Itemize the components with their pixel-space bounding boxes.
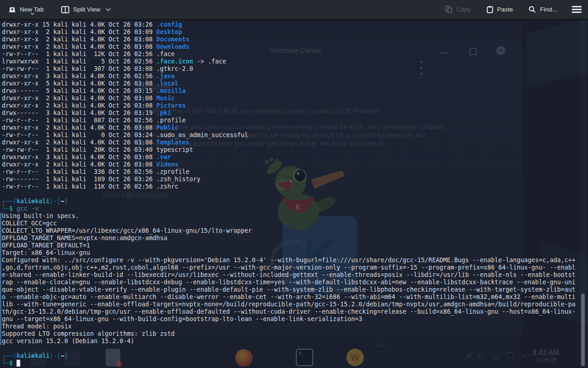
ls-row: drwxr-xr-x 2 kali kali 4.0K Oct 26 03:08… xyxy=(2,124,576,132)
output-line: o --enable-objc-gc=auto --enable-multiar… xyxy=(2,293,576,301)
copy-label: Copy xyxy=(456,6,471,13)
split-view-icon xyxy=(61,6,69,13)
terminal-text: drwxr-xr-x 15 kali kali 4.0K Oct 26 03:2… xyxy=(2,21,576,367)
file-name: Desktop xyxy=(156,29,182,35)
output-line: OFFLOAD_TARGET_DEFAULT=1 xyxy=(2,242,576,249)
ls-row: drwxr-xr-x 2 kali kali 4.0K Oct 26 03:08… xyxy=(2,161,576,168)
terminal-toolbar: New Tab Split View Copy xyxy=(0,0,588,20)
file-name: .pki xyxy=(156,109,171,116)
file-name: .profile xyxy=(156,117,186,124)
ls-row: drwxr-xr-x 2 kali kali 4.0K Oct 26 03:08… xyxy=(2,102,576,109)
ls-row: drwxr-xr-x 2 kali kali 4.0K Oct 26 03:08… xyxy=(2,36,576,43)
chevron-down-icon xyxy=(106,8,111,12)
terminal[interactable]: Welcome Welcome to the Kali GNU/Linux op… xyxy=(0,20,588,368)
terminal-line xyxy=(2,345,576,352)
file-name: .java xyxy=(156,73,175,80)
output-line: rap --enable-clocale=gnu --enable-libstd… xyxy=(2,279,576,286)
file-name: Music xyxy=(156,95,175,102)
file-name: Public xyxy=(156,124,178,131)
output-line: Thread model: posix xyxy=(2,323,576,330)
ls-row: drwx------ 3 kali kali 4.0K Oct 26 03:19… xyxy=(2,109,576,117)
hamburger-menu-icon xyxy=(572,6,582,13)
file-name: .sudo_as_admin_successful xyxy=(156,132,248,138)
ls-row: drwxr-xr-x 3 kali kali 4.0K Oct 26 02:56… xyxy=(2,73,576,80)
ls-row: -rw-r--r-- 1 kali kali 0 Oct 26 03:24 .s… xyxy=(2,132,576,139)
ls-row: -rw-rw-r-- 1 kali kali 20K Oct 26 03:40 … xyxy=(2,146,576,154)
scrollbar-track[interactable] xyxy=(580,20,586,368)
output-accent-bar xyxy=(0,213,1,345)
output-line: gnu --target=x86_64-linux-gnu --with-bui… xyxy=(2,316,576,323)
output-line: Target: x86_64-linux-gnu xyxy=(2,249,576,257)
terminal-line xyxy=(2,190,576,198)
qterminal-window: New Tab Split View Copy xyxy=(0,0,588,368)
prompt-path: ~ xyxy=(61,352,64,359)
prompt-line: └─$ xyxy=(2,360,576,367)
output-line: OFFLOAD_TARGET_NAMES=nvptx-none:amdgcn-a… xyxy=(2,235,576,242)
ls-row: -rw-r--r-- 1 kali kali 807 Oct 26 02:56 … xyxy=(2,117,576,124)
new-tab-button[interactable]: New Tab xyxy=(4,0,48,20)
paste-button[interactable]: Paste xyxy=(482,0,518,20)
file-name: Pictures xyxy=(156,102,186,109)
chevron-down-icon xyxy=(30,12,34,15)
file-name: Templates xyxy=(156,139,189,146)
output-line: Using built-in specs. xyxy=(2,213,576,220)
ls-row: -rw------- 1 kali kali 109 Oct 26 03:26 … xyxy=(2,176,576,183)
ls-row: drwxr-xr-x 2 kali kali 4.0K Oct 26 03:08… xyxy=(2,95,576,102)
copy-button[interactable]: Copy xyxy=(441,0,475,20)
ls-row: drwxrwxr-x 3 kali kali 4.0K Oct 26 03:08… xyxy=(2,154,576,161)
file-name: .local xyxy=(156,80,178,87)
ls-row: drwx------ 5 kali kali 4.0K Oct 26 03:15… xyxy=(2,87,576,95)
ls-row: -rw-r--r-- 1 kali kali 11K Oct 26 02:56 … xyxy=(2,183,576,190)
output-line: COLLECT_GCC=gcc xyxy=(2,220,576,227)
prompt-user: kali⊛kali xyxy=(17,352,50,359)
menu-button[interactable] xyxy=(568,0,585,20)
file-name: .var xyxy=(156,154,171,161)
output-line: th/gcc-15-15.2.0/debian/tmp-gcn/usr --en… xyxy=(2,308,576,316)
file-name: Documents xyxy=(156,36,189,43)
ls-row: -rw-rw-r-- 1 kali kali 307 Oct 26 03:08 … xyxy=(2,65,576,73)
copy-icon xyxy=(445,6,452,13)
ls-row: drwxr-xr-x 15 kali kali 4.0K Oct 26 03:2… xyxy=(2,21,576,29)
command-text: gcc -v xyxy=(17,205,39,212)
scrollbar-thumb[interactable] xyxy=(581,293,585,366)
split-view-button[interactable]: Split View xyxy=(57,0,115,20)
prompt-path: ~ xyxy=(61,198,64,205)
output-line: gcc version 15.2.0 (Debian 15.2.0-4) xyxy=(2,338,576,345)
find-button[interactable]: Find... xyxy=(524,0,562,20)
file-name: .zshrc xyxy=(156,183,178,190)
file-name: .zsh_history xyxy=(156,176,200,183)
prompt-user: kali⊛kali xyxy=(17,198,50,205)
file-name: typescript xyxy=(156,146,193,153)
file-name: .gtkrc-2.0 xyxy=(156,65,193,72)
prompt-line: ┌──(kali⊛kali)-[~] xyxy=(2,352,576,360)
paste-icon xyxy=(486,6,493,13)
find-label: Find... xyxy=(540,6,557,13)
output-line: ,go,d,fortran,objc,obj-c++,m2,rust,cobol… xyxy=(2,264,576,271)
prompt-line: ┌──(kali⊛kali)-[~] xyxy=(2,198,576,205)
paste-label: Paste xyxy=(497,6,513,13)
file-name: .mozilla xyxy=(156,87,186,94)
ls-row: drwxr-xr-x 2 kali kali 4.0K Oct 26 03:08… xyxy=(2,139,576,146)
ls-row: drwxr-xr-x 2 kali kali 4.0K Oct 26 03:08… xyxy=(2,43,576,51)
file-name: .face.icon xyxy=(156,58,193,65)
split-view-label: Split View xyxy=(73,6,100,13)
output-line: Supported LTO compression algorithms: zl… xyxy=(2,330,576,338)
ls-row: -rw-r--r-- 1 kali kali 12K Oct 26 02:56 … xyxy=(2,51,576,58)
output-line: Configured with: ../src/configure -v --w… xyxy=(2,257,576,264)
prompt-line: └─$ gcc -v xyxy=(2,205,576,213)
ls-row: lrwxrwxrwx 1 kali kali 5 Oct 26 02:56 .f… xyxy=(2,58,576,65)
output-line: lib --with-tune=generic --enable-offload… xyxy=(2,301,576,308)
file-name: .config xyxy=(156,21,182,28)
search-icon xyxy=(528,6,536,13)
file-name: Videos xyxy=(156,161,178,168)
file-name: .zprofile xyxy=(156,168,189,175)
file-name: Downloads xyxy=(156,43,189,50)
ls-row: drwxr-xr-x 5 kali kali 4.0K Oct 26 03:08… xyxy=(2,80,576,87)
ls-row: drwxr-xr-x 2 kali kali 4.0K Oct 26 03:09… xyxy=(2,29,576,36)
ls-row: -rw-r--r-- 1 kali kali 336 Oct 26 02:56 … xyxy=(2,168,576,176)
terminal-cursor xyxy=(17,360,20,367)
output-line: e-shared --enable-linker-build-id --libe… xyxy=(2,271,576,279)
output-line: COLLECT_LTO_WRAPPER=/usr/libexec/gcc/x86… xyxy=(2,227,576,235)
output-line: que-object --disable-vtable-verify --ena… xyxy=(2,286,576,293)
file-name: .face xyxy=(156,51,175,58)
